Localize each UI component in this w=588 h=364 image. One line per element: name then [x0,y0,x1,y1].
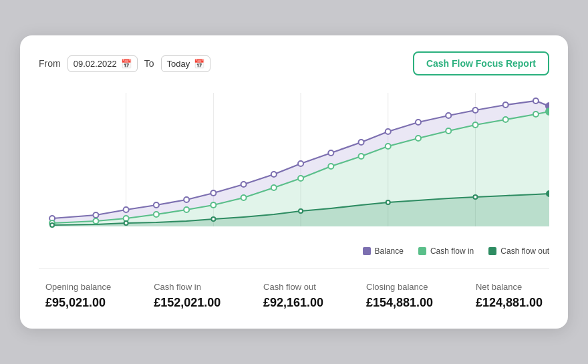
stats-row: Opening balance £95,021.00 Cash flow in … [39,282,549,310]
cash-in-dot [184,207,189,212]
legend-balance: Balance [363,246,404,256]
from-calendar-icon: 📅 [121,59,132,69]
cash-out-dot [386,200,390,204]
balance-legend-label: Balance [375,246,404,256]
divider [39,268,549,268]
legend-cash-flow-out: Cash flow out [488,246,549,256]
cash-in-dot [503,117,508,122]
balance-dot [328,150,333,156]
net-balance-stat: Net balance £124,881.00 [476,282,543,310]
chart-svg [39,86,549,240]
legend: Balance Cash flow in Cash flow out [39,246,549,256]
cash-flow-in-stat: Cash flow in £152,021.00 [154,282,220,310]
opening-balance-stat: Opening balance £95,021.00 [45,282,111,310]
balance-dot [533,98,539,104]
to-label: To [144,58,154,69]
balance-dot [386,129,391,134]
cash-in-dot [533,112,539,117]
cash-in-dot-end [546,108,549,115]
cash-out-dot [473,195,477,199]
balance-dot [124,207,129,212]
cash-flow-out-legend-dot [488,247,496,255]
cash-flow-focus-report-button[interactable]: Cash Flow Focus Report [413,51,549,75]
cash-in-dot [210,202,216,208]
cash-flow-out-legend-label: Cash flow out [500,246,549,256]
balance-dot [298,161,303,166]
cash-in-dot [271,185,277,190]
balance-dot [241,182,247,187]
cash-in-dot [328,164,333,169]
balance-dot [210,190,216,196]
cash-flow-in-stat-value: £152,021.00 [154,296,220,310]
opening-balance-value: £95,021.00 [45,296,111,310]
opening-balance-label: Opening balance [45,282,111,292]
cash-flow-out-stat-label: Cash flow out [263,282,323,292]
cash-flow-in-legend-label: Cash flow in [430,246,474,256]
cash-in-dot [416,136,421,141]
net-balance-label: Net balance [476,282,543,292]
main-card: From 09.02.2022 📅 To Today 📅 Cash Flow F… [20,35,568,329]
cash-in-dot [359,154,364,159]
date-row: From 09.02.2022 📅 To Today 📅 [39,55,210,72]
balance-dot [93,212,98,218]
cash-out-dot [50,223,54,227]
header: From 09.02.2022 📅 To Today 📅 Cash Flow F… [39,51,549,75]
cash-in-dot [93,218,98,224]
cash-in-dot [386,144,391,149]
cash-in-dot [124,216,129,221]
balance-dot [416,120,421,125]
balance-dot [154,202,159,208]
chart-area [39,86,549,240]
cash-out-dot [124,221,128,225]
balance-dot [271,172,277,177]
balance-dot [184,197,189,202]
balance-legend-dot [363,247,371,255]
closing-balance-stat: Closing balance £154,881.00 [366,282,433,310]
cash-in-dot [298,176,303,181]
from-date-input[interactable]: 09.02.2022 📅 [67,55,138,72]
cash-in-dot [154,212,159,217]
cash-in-dot [472,122,478,128]
cash-out-dot [299,209,303,213]
balance-dot [446,113,451,118]
balance-dot [503,102,508,108]
closing-balance-label: Closing balance [366,282,433,292]
balance-dot [359,140,364,145]
cash-flow-in-stat-label: Cash flow in [154,282,220,292]
from-date-value: 09.02.2022 [74,59,117,69]
net-balance-value: £124,881.00 [476,296,543,310]
balance-dot [472,108,478,113]
legend-cash-flow-in: Cash flow in [418,246,474,256]
cash-in-dot [241,195,247,200]
to-date-value: Today [167,59,190,69]
cash-flow-in-legend-dot [418,247,426,255]
from-label: From [39,58,61,69]
to-date-input[interactable]: Today 📅 [161,55,211,72]
to-calendar-icon: 📅 [194,59,204,69]
cash-flow-out-stat: Cash flow out £92,161.00 [263,282,323,310]
cash-in-dot [446,128,451,134]
closing-balance-value: £154,881.00 [366,296,433,310]
cash-flow-out-stat-value: £92,161.00 [263,296,323,310]
cash-out-dot [211,217,215,221]
cash-out-dot-end [547,191,549,196]
